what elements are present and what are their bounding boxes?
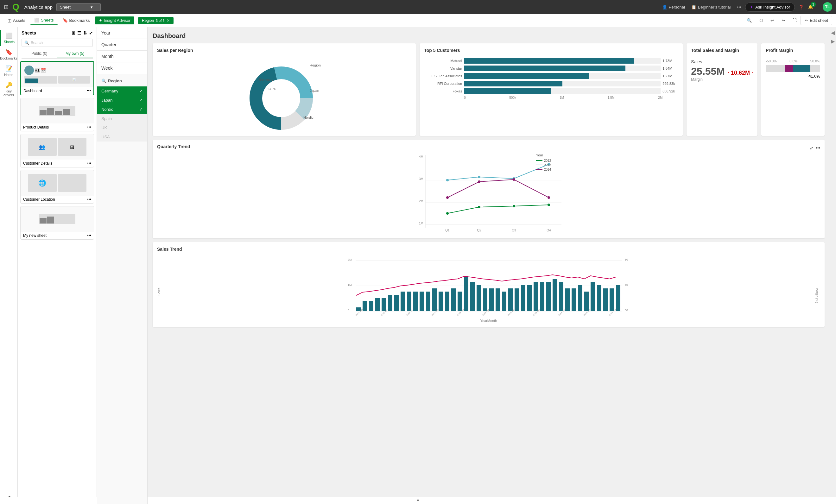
sheets-panel: Sheets ⊞ ☰ ⇅ ⤢ 🔍 Search Public (0) My ow… — [18, 27, 97, 504]
filter-resize-handle[interactable] — [146, 27, 147, 504]
svg-point-27 — [548, 203, 550, 206]
edit-sheet-button[interactable]: ✏ Edit sheet — [800, 16, 832, 25]
filter-quarter[interactable]: Quarter — [97, 39, 147, 51]
sales-trend-chart: 2M 1M 0 50 40 30 — [157, 254, 820, 317]
svg-text:40.6%: 40.6% — [271, 109, 281, 113]
svg-rect-92 — [610, 288, 614, 311]
expand-chart-icon[interactable]: ⤢ — [810, 146, 813, 150]
sheet-card-dashboard[interactable]: #1 📅 📊 Dashboard ••• — [20, 61, 94, 95]
bar-row-matradi: Matradi 1.73M — [424, 58, 678, 64]
sheet-card-menu[interactable]: ••• — [87, 89, 91, 93]
sub-navigation: ◫ Assets ⬜ Sheets 🔖 Bookmarks ✦ Insight … — [0, 14, 836, 27]
notification-icon[interactable]: 🔔3 — [808, 4, 818, 10]
region-badge-close[interactable]: ✕ — [167, 18, 170, 23]
svg-point-34 — [513, 178, 515, 181]
checkmark-icon: ✓ — [139, 107, 143, 112]
profit-margin-card: Profit Margin -50.0% 0.0% 50.0% 41.6% — [761, 43, 824, 136]
svg-text:Japan: Japan — [310, 89, 319, 93]
sheets-search[interactable]: 🔍 Search — [21, 39, 93, 47]
bookmarks-tab[interactable]: 🔖 Bookmarks — [59, 16, 94, 25]
sheet-card-customer-details[interactable]: 👥 ⊞ Customer Details ••• — [20, 134, 94, 168]
sheet-card-product-details[interactable]: Product Details ••• — [20, 98, 94, 131]
fullscreen-icon[interactable]: ⛶ — [790, 17, 799, 24]
svg-text:46.4%: 46.4% — [284, 97, 294, 100]
bar-row-rfi: RFI Corporation 999.83k — [424, 81, 678, 86]
bookmarks-icon: 🔖 — [63, 18, 68, 23]
more-icon[interactable]: ••• — [737, 5, 742, 9]
region-option-usa[interactable]: USA — [97, 132, 147, 141]
grid-icon[interactable]: ⊞ — [4, 3, 8, 11]
total-sales-margin-card: Total Sales and Margin Sales 25.55M · 10… — [686, 43, 758, 136]
sheet-dropdown[interactable]: Sheet ▾ — [56, 3, 101, 11]
top5-title: Top 5 Customers — [424, 48, 678, 53]
forward-icon[interactable]: ↪ — [779, 17, 787, 24]
nav-left-arrow[interactable]: ◀ — [831, 30, 835, 36]
sidebar-item-sheets[interactable]: ⬜ Sheets — [0, 30, 17, 46]
svg-rect-73 — [489, 288, 494, 311]
sort-icon[interactable]: ⇅ — [83, 31, 87, 36]
expand-icon[interactable]: ⤢ — [89, 31, 93, 36]
right-nav-arrows: ◀ ▶ — [830, 27, 836, 504]
region-option-germany[interactable]: Germany ✓ — [97, 86, 147, 96]
grid-view-icon[interactable]: ⊞ — [72, 31, 75, 36]
svg-rect-80 — [534, 282, 538, 311]
tab-public[interactable]: Public (0) — [21, 50, 57, 58]
ask-insight-advisor-button[interactable]: ✦ Ask Insight Advisor — [745, 2, 795, 12]
filter-week[interactable]: Week — [97, 62, 147, 74]
sheet-card-footer: Dashboard ••• — [21, 87, 93, 95]
filter-month[interactable]: Month — [97, 51, 147, 62]
svg-rect-89 — [591, 282, 595, 311]
bar-row-jslee: J. S. Lee Associates 1.27M — [424, 73, 678, 79]
insight-advisor-tab[interactable]: ✦ Insight Advisor — [95, 17, 135, 24]
sheet-card-menu[interactable]: ••• — [87, 197, 91, 202]
sheet-card-menu[interactable]: ••• — [87, 125, 91, 130]
region-filter-badge[interactable]: Region 3 of 6 ✕ — [138, 17, 173, 24]
sheet-card-menu[interactable]: ••• — [87, 161, 91, 166]
svg-point-25 — [478, 206, 480, 208]
svg-rect-58 — [394, 295, 399, 311]
tutorial-link[interactable]: 📋 Beginner's tutorial — [691, 5, 731, 9]
svg-text:Germany: Germany — [259, 78, 273, 81]
filter-year[interactable]: Year — [97, 27, 147, 39]
help-icon[interactable]: ❓ — [799, 5, 804, 9]
region-option-japan[interactable]: Japan ✓ — [97, 96, 147, 105]
personal-link[interactable]: 👤 Personal — [662, 5, 685, 9]
sheets-sidebar-icon: ⬜ — [6, 32, 13, 39]
assets-tab[interactable]: ◫ Assets — [4, 16, 29, 25]
region-option-spain[interactable]: Spain — [97, 114, 147, 123]
region-option-nordic[interactable]: Nordic ✓ — [97, 105, 147, 114]
sidebar-item-key-drivers[interactable]: 🔑 Key drivers — [0, 79, 17, 99]
sheet-card-menu[interactable]: ••• — [87, 233, 91, 238]
svg-rect-91 — [603, 288, 608, 311]
main-layout: ⬜ Sheets 🔖 Bookmarks 📝 Notes 🔑 Key drive… — [0, 27, 836, 504]
tab-my-own[interactable]: My own (5) — [57, 50, 93, 58]
svg-rect-93 — [616, 285, 620, 311]
scroll-down-button[interactable]: ▼ — [18, 497, 97, 504]
sheets-icon: ⬜ — [34, 18, 39, 22]
svg-rect-86 — [572, 288, 576, 311]
chart-options-icon[interactable]: ••• — [816, 146, 820, 150]
sheets-tab[interactable]: ⬜ Sheets — [31, 16, 57, 25]
svg-rect-77 — [515, 288, 519, 311]
region-header: 🔍 Region — [97, 77, 147, 85]
region-option-uk[interactable]: UK — [97, 123, 147, 132]
nav-right-arrow[interactable]: ▶ — [831, 38, 835, 44]
selection-icon[interactable]: ⬡ — [757, 17, 765, 24]
svg-point-26 — [513, 205, 515, 207]
svg-text:Q1: Q1 — [445, 229, 450, 232]
smart-search-icon[interactable]: 🔍 — [744, 17, 754, 24]
sub-nav-icons: 🔍 ⬡ ↩ ↪ ⛶ — [744, 17, 799, 24]
profit-bar-negative — [785, 65, 793, 72]
panel-header: Sheets ⊞ ☰ ⇅ ⤢ — [18, 27, 97, 39]
user-avatar[interactable]: TL — [823, 2, 832, 12]
profit-bar-track — [766, 65, 820, 72]
sidebar-item-bookmarks[interactable]: 🔖 Bookmarks — [0, 46, 17, 63]
notification-badge: 3 — [811, 2, 816, 7]
sheet-card-customer-location[interactable]: 🌐 Customer Location ••• — [20, 170, 94, 203]
svg-rect-79 — [527, 285, 532, 311]
list-view-icon[interactable]: ☰ — [77, 31, 81, 36]
back-icon[interactable]: ↩ — [768, 17, 777, 24]
sheet-card-my-new-sheet[interactable]: My new sheet ••• — [20, 206, 94, 240]
sidebar-item-notes[interactable]: 📝 Notes — [0, 63, 17, 79]
sales-label: Sales — [691, 59, 753, 64]
